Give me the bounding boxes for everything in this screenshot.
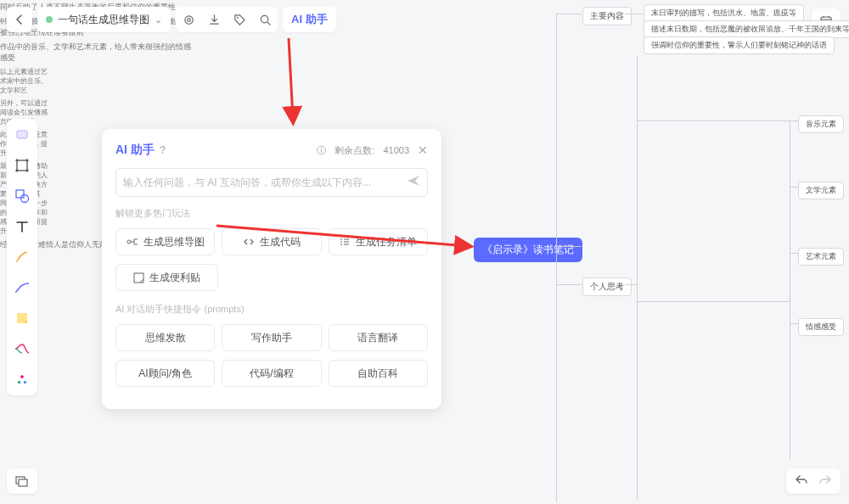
edge — [637, 120, 790, 121]
prompt-wiki[interactable]: 自助百科 — [329, 360, 428, 387]
ai-panel-meta: ⓘ 剩余点数: 41003 ✕ — [317, 143, 428, 157]
settings-icon[interactable] — [176, 7, 201, 32]
search-icon[interactable] — [252, 7, 278, 32]
plus-grid-icon — [14, 372, 30, 387]
mindmap-leaf[interactable]: 以上元素通过艺术家中的音乐、文学和艺 — [0, 65, 51, 97]
info-icon: ⓘ — [317, 144, 326, 157]
shape-icon — [14, 188, 30, 204]
list-icon — [339, 237, 351, 247]
tag-icon — [233, 14, 246, 26]
prompt-row1: 思维发散 写作助手 语言翻译 — [115, 324, 428, 351]
tool-text[interactable] — [11, 216, 33, 238]
tool-frame[interactable] — [11, 154, 33, 176]
sync-status-icon — [46, 16, 53, 23]
tag-icon[interactable] — [227, 7, 252, 32]
tool-add[interactable] — [11, 368, 33, 390]
opt-label: 生成便利贴 — [149, 271, 200, 285]
opt-label: 自助百科 — [357, 367, 398, 381]
document-title: 一句话生成思维导图 — [58, 13, 149, 27]
ai-assistant-link[interactable]: AI 助手 — [283, 7, 336, 32]
gen-sticky-button[interactable]: 生成便利贴 — [115, 264, 218, 291]
history-controls — [786, 468, 841, 494]
opt-label: 生成思维导图 — [143, 235, 205, 249]
undo-button[interactable] — [795, 473, 808, 489]
side-toolbar — [7, 119, 37, 395]
edge — [790, 323, 798, 324]
chevron-down-icon: ⌄ — [155, 14, 162, 25]
generate-options: 生成思维导图 生成代码 生成任务清单 — [115, 228, 428, 255]
edge — [790, 253, 798, 254]
mindmap-node[interactable]: 强调时信仰的重要性，警示人们要时刻铭记神的话语 — [644, 36, 835, 54]
svg-point-0 — [184, 15, 192, 23]
section-prompts-label: AI 对话助手快捷指令 (prompts) — [115, 303, 428, 316]
prompt-code[interactable]: 代码/编程 — [222, 360, 321, 387]
text-icon — [14, 219, 30, 234]
tool-pen[interactable] — [11, 246, 33, 268]
tool-sticky[interactable] — [11, 307, 33, 329]
chevron-left-icon — [14, 14, 25, 25]
tool-mindmap[interactable] — [11, 338, 33, 360]
mindmap-node[interactable]: 情感感受 — [798, 318, 844, 336]
points-value: 41003 — [383, 145, 409, 155]
prompt-translate[interactable]: 语言翻译 — [329, 324, 428, 351]
magnifier-icon — [259, 14, 272, 26]
mindmap-node[interactable]: 艺术元素 — [798, 248, 844, 266]
mindmap-small-icon — [127, 237, 138, 247]
document-title-box[interactable]: 一句话生成思维导图 ⌄ — [37, 7, 171, 32]
section-more-label: 解锁更多热门玩法 — [115, 207, 428, 220]
edge — [556, 14, 582, 14]
top-toolbar: 一句话生成思维导图 ⌄ AI 助手 — [7, 7, 336, 32]
svg-rect-13 — [19, 479, 27, 486]
prompt-diverge[interactable]: 思维发散 — [115, 324, 215, 351]
gen-mindmap-button[interactable]: 生成思维导图 — [115, 228, 215, 255]
opt-label: 语言翻译 — [357, 331, 398, 345]
mindmap-node[interactable]: 主要内容 — [582, 7, 632, 25]
help-icon[interactable]: ? — [160, 144, 166, 156]
tool-select[interactable] — [11, 124, 33, 146]
edge — [637, 301, 790, 302]
svg-rect-5 — [17, 131, 27, 138]
svg-rect-10 — [18, 381, 20, 384]
prompt-role[interactable]: AI顾问/角色 — [115, 360, 215, 387]
opt-label: 生成代码 — [260, 235, 301, 249]
back-button[interactable] — [7, 7, 32, 32]
download-icon — [208, 14, 221, 26]
ai-title-text: AI 助手 — [115, 143, 155, 158]
svg-rect-7 — [16, 190, 24, 198]
redo-button[interactable] — [818, 473, 832, 489]
frame-icon — [14, 158, 30, 173]
mindmap-root-node[interactable]: 《启示录》读书笔记 — [474, 238, 582, 262]
send-icon[interactable] — [407, 175, 420, 190]
code-icon — [243, 237, 255, 247]
export-icon[interactable] — [201, 7, 227, 32]
arrow-annotation-1 — [272, 34, 323, 132]
gen-code-button[interactable]: 生成代码 — [222, 228, 321, 255]
mindmap-node[interactable]: 描述末日数期，包括恶魔的被收留追放、千年王国的到来等 — [644, 20, 849, 38]
mindmap-node[interactable]: 末日审判的描写，包括洪水、地震、瘟疫等 — [644, 4, 804, 22]
pen-icon — [14, 249, 30, 265]
opt-label: AI顾问/角色 — [138, 367, 192, 381]
ai-input-container — [115, 168, 428, 197]
ai-panel-header: AI 助手 ? ⓘ 剩余点数: 41003 ✕ — [115, 143, 428, 158]
mindmap-leaf[interactable]: 作品中的音乐、文学和艺术元素，给人带来很强烈的情感感受 — [0, 40, 195, 65]
undo-icon — [795, 473, 808, 485]
close-icon[interactable]: ✕ — [418, 143, 428, 157]
ai-prompt-input[interactable] — [123, 176, 407, 188]
prompt-writing[interactable]: 写作助手 — [222, 324, 321, 351]
mindmap-node[interactable]: 个人思考 — [582, 277, 632, 296]
layers-button[interactable] — [7, 468, 37, 494]
mindmap-node[interactable]: 文学元素 — [798, 182, 844, 199]
svg-point-14 — [127, 240, 131, 244]
opt-label: 代码/编程 — [250, 367, 293, 381]
edge — [625, 284, 637, 285]
toolbar-icons — [176, 7, 278, 32]
edge — [790, 120, 790, 460]
svg-rect-11 — [24, 381, 26, 384]
opt-label: 思维发散 — [145, 331, 186, 345]
gen-tasks-button[interactable]: 生成任务清单 — [329, 228, 428, 255]
svg-point-8 — [21, 195, 29, 203]
mindmap-node[interactable]: 音乐元素 — [798, 115, 844, 133]
sticky-icon — [14, 311, 30, 326]
tool-connector[interactable] — [11, 277, 33, 299]
tool-shape[interactable] — [11, 185, 33, 207]
